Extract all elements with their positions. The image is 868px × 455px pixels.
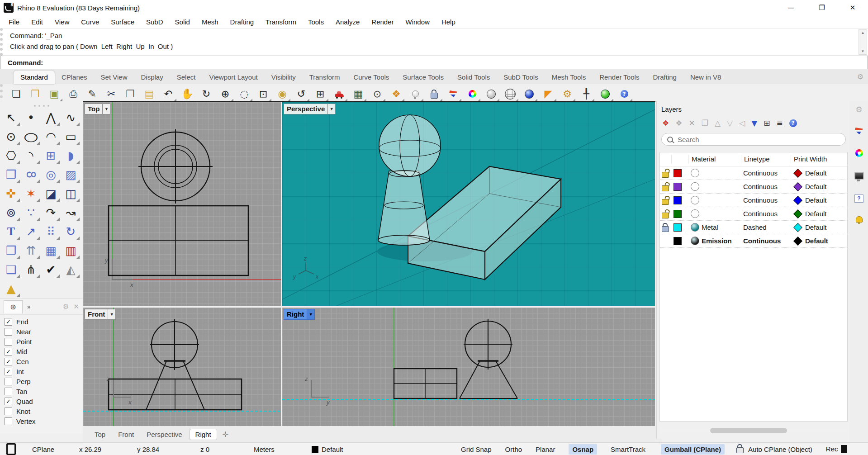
material-wedge-icon[interactable] [447, 88, 460, 100]
unlocked-icon[interactable] [662, 185, 669, 191]
surface-from-points-icon[interactable]: ⊞ [46, 149, 56, 162]
tab-select[interactable]: Select [170, 71, 203, 84]
surface-from-points-icon[interactable]: ⊞ [42, 147, 60, 165]
polyline-icon[interactable]: ⋀ [46, 111, 56, 124]
search-input[interactable] [677, 135, 840, 144]
color-panel-icon[interactable] [855, 149, 863, 158]
viewport-tab-right[interactable]: Right [190, 429, 217, 440]
tabs-gear-icon[interactable]: ⚙ [857, 72, 863, 81]
layer-color-cell[interactable] [672, 237, 689, 245]
material-preview-icon[interactable] [691, 237, 699, 245]
extrude-icon[interactable]: ⇈ [22, 242, 40, 260]
solid-cube-icon[interactable]: ❒ [2, 242, 20, 260]
render-sphere-icon[interactable] [485, 88, 498, 100]
layer-color-cell[interactable] [672, 183, 689, 191]
unlocked-icon[interactable] [662, 172, 669, 178]
help-ball-icon[interactable]: ? [618, 88, 631, 100]
layer-linetype-cell[interactable]: Continuous [741, 196, 791, 204]
layers-search-box[interactable] [661, 133, 846, 146]
cut-icon[interactable]: ✂ [105, 88, 118, 100]
color-panel-icon[interactable] [855, 149, 863, 157]
new-sublayer-icon[interactable]: ❖ [675, 118, 682, 128]
ellipse-icon[interactable]: ○ [22, 128, 40, 146]
maximize-button[interactable]: ❐ [806, 0, 837, 15]
layer-color-swatch[interactable] [674, 210, 682, 218]
menu-item-curve[interactable]: Curve [75, 17, 105, 27]
plugins-puzzle-icon[interactable]: ✜ [2, 185, 20, 203]
material-preview-icon[interactable] [691, 169, 699, 177]
layer-printwidth-cell[interactable]: Default [791, 237, 847, 245]
zoom-dynamic-icon[interactable]: ⊕ [219, 88, 232, 100]
layer-lock-cell[interactable] [660, 182, 672, 191]
layer-color-cell[interactable] [672, 169, 689, 177]
delete-layer-icon[interactable]: ✕ [689, 118, 695, 128]
undo-view-change-icon[interactable]: ↺ [295, 88, 308, 100]
menu-item-file[interactable]: File [3, 17, 25, 27]
solid-cube-icon[interactable]: ❒ [6, 244, 16, 257]
menu-item-drafting[interactable]: Drafting [224, 17, 260, 27]
pan-hand-icon[interactable]: ✋ [181, 89, 193, 99]
move-left-icon[interactable]: ◁ [739, 118, 745, 128]
new-file-icon[interactable]: ❏ [10, 88, 23, 100]
layer-row[interactable]: ContinuousDefault [660, 180, 847, 194]
viewport-front[interactable]: z x Front ▼ [83, 308, 281, 426]
menu-item-transform[interactable]: Transform [260, 17, 302, 27]
undo-view-change-icon[interactable]: ↺ [297, 89, 305, 99]
layer-lock-cell[interactable] [660, 209, 672, 218]
rotate-icon[interactable]: ↻ [66, 225, 76, 238]
viewport-layout-icon[interactable]: ⊞ [314, 88, 327, 100]
rectangle-icon[interactable]: ▭ [62, 128, 80, 146]
layer-linetype-cell[interactable]: Continuous [741, 183, 791, 190]
menu-item-help[interactable]: Help [436, 17, 461, 27]
dimension-snap-icon[interactable]: ╀ [583, 89, 589, 99]
section-icon[interactable]: ▥ [62, 242, 80, 260]
tab-mesh-tools[interactable]: Mesh Tools [545, 71, 593, 84]
array-icon[interactable]: ⠿ [47, 225, 55, 238]
tab-cplanes[interactable]: CPlanes [55, 71, 94, 84]
pan-hand-icon[interactable]: ✋ [181, 88, 194, 100]
materials-panel-icon[interactable] [855, 128, 863, 136]
tab-subd-tools[interactable]: SubD Tools [497, 71, 545, 84]
layer-linetype-cell[interactable]: Continuous [741, 210, 791, 218]
help-panel-icon[interactable]: ? [854, 194, 863, 203]
named-views-car-icon[interactable] [333, 88, 346, 100]
new-layer-icon[interactable]: ❖ [662, 119, 669, 127]
circle-icon[interactable]: ⊙ [6, 130, 16, 143]
layer-material-cell[interactable] [689, 196, 741, 204]
new-file-icon[interactable]: ❏ [12, 89, 21, 99]
material-preview-icon[interactable] [691, 196, 699, 204]
check-icon[interactable]: ✔ [46, 263, 56, 276]
osnap-gear-icon[interactable]: ⚙ [63, 303, 69, 311]
menu-item-render[interactable]: Render [365, 17, 399, 27]
scale-icon[interactable]: ↗ [26, 225, 36, 238]
solid-box-icon[interactable]: ❒ [2, 166, 20, 184]
osnap-checkbox-near[interactable] [5, 328, 12, 336]
osnap-tab-icon[interactable]: ⊕ [4, 300, 23, 313]
osnap-toggle[interactable]: Osnap [569, 444, 597, 455]
paste-icon[interactable]: ▤ [145, 89, 154, 99]
solid-box-icon[interactable]: ❒ [6, 168, 16, 181]
panel-gear-icon[interactable]: ⚙ [855, 105, 862, 114]
viewport-title-front[interactable]: Front ▼ [85, 309, 116, 320]
undo-icon[interactable]: ↶ [162, 88, 175, 100]
filter-funnel-icon[interactable]: ▼ [751, 118, 757, 128]
layers-column-header-print-width[interactable]: Print Width [791, 155, 847, 164]
layer-linetype-cell[interactable]: Continuous [741, 237, 791, 245]
palette-drag-handle[interactable] [0, 103, 83, 109]
save-file-icon[interactable]: ▣ [48, 88, 61, 100]
viewport-tab-front[interactable]: Front [113, 429, 139, 440]
scale-icon[interactable]: ↗ [22, 223, 40, 241]
solid-spheres-icon[interactable]: 8 [24, 171, 38, 179]
layers-column-header-material[interactable]: Material [689, 155, 741, 164]
circle-center-icon[interactable]: ⊙ [373, 89, 381, 99]
curved-surface-icon[interactable]: ◗ [62, 147, 80, 165]
menu-item-subd[interactable]: SubD [140, 17, 169, 27]
trim-icon[interactable]: ◪ [45, 187, 57, 200]
lightbulb-icon[interactable] [412, 90, 419, 97]
smarttrack-toggle[interactable]: SmartTrack [611, 446, 645, 453]
notifications-bell-icon[interactable] [856, 216, 863, 223]
layer-lock-cell[interactable] [660, 196, 672, 205]
minimize-button[interactable]: — [776, 0, 806, 15]
plugins-puzzle-icon[interactable]: ✜ [6, 187, 16, 200]
select-pointer-icon[interactable]: ↖ [2, 109, 20, 127]
